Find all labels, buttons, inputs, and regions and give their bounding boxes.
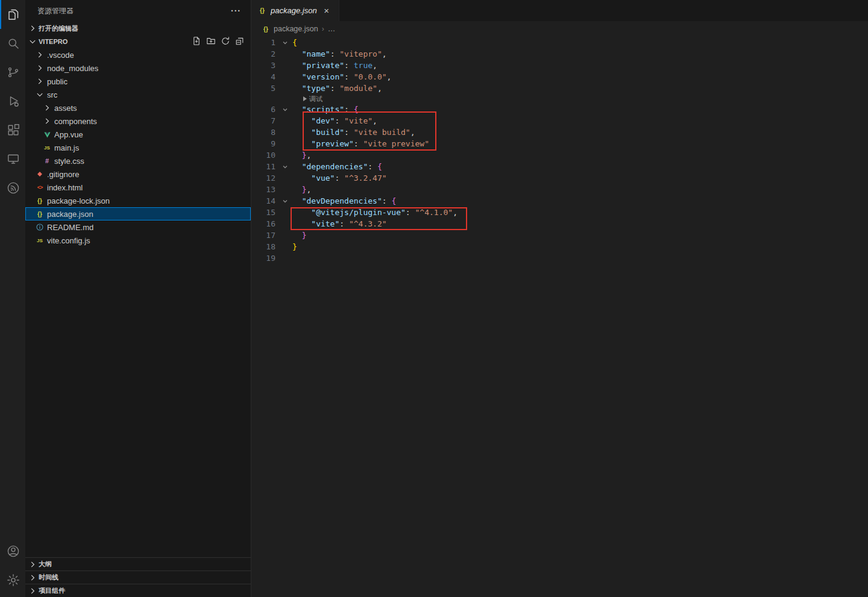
- tree-item-assets[interactable]: assets: [25, 101, 251, 114]
- js-icon: JS: [42, 143, 52, 152]
- new-folder-icon: [206, 36, 216, 47]
- tree-item-package-lock-json[interactable]: {}package-lock.json: [25, 194, 251, 207]
- code-line: 16 "vite": "^4.3.2": [251, 218, 868, 230]
- tree-item-label: node_modules: [47, 64, 98, 73]
- fold-gutter: [278, 83, 292, 94]
- line-number: 17: [251, 230, 278, 241]
- fold-chevron-down-icon[interactable]: [278, 104, 292, 115]
- chevron-right-icon: [28, 23, 37, 33]
- project-section-header[interactable]: VITEPRO: [25, 35, 251, 48]
- refresh-button[interactable]: [219, 36, 231, 48]
- line-number: 3: [251, 60, 278, 71]
- chevron-right-icon: [42, 103, 52, 113]
- tree-item-label: README.md: [47, 223, 93, 232]
- activity-item-account[interactable]: [0, 537, 25, 566]
- code-line: 14 "devDependencies": {: [251, 195, 868, 207]
- tree-item-index-html[interactable]: <>index.html: [25, 181, 251, 194]
- code-editor[interactable]: 1 { 2 "name": "vitepro", 3 "private": tr…: [251, 37, 868, 597]
- tab-bar: {} package.json ×: [251, 0, 868, 21]
- vue-icon: [42, 130, 52, 139]
- fold-gutter: [278, 207, 292, 218]
- codelens-label: 调试: [309, 95, 322, 104]
- json-icon: {}: [35, 196, 45, 205]
- tree-item-src[interactable]: src: [25, 88, 251, 101]
- close-icon[interactable]: ×: [321, 5, 333, 17]
- new-file-button[interactable]: [190, 36, 203, 48]
- chevron-down-icon: [35, 90, 45, 99]
- activity-item-rss[interactable]: [0, 173, 25, 202]
- tree-item-public[interactable]: public: [25, 75, 251, 88]
- file-icon-slot: <>: [35, 183, 45, 192]
- breadcrumb-item[interactable]: {}package.json: [261, 24, 318, 34]
- chevron-down-icon: [28, 37, 37, 46]
- code-line-text: "devDependencies": {: [292, 195, 396, 207]
- sidebar-section-时间线[interactable]: 时间线: [25, 570, 251, 584]
- tree-item-label: App.vue: [54, 130, 83, 139]
- fold-gutter: [278, 241, 292, 252]
- fold-chevron-down-icon[interactable]: [278, 37, 292, 48]
- section-label: 大纲: [39, 560, 52, 569]
- file-icon-slot: [35, 169, 45, 179]
- sidebar-section-大纲[interactable]: 大纲: [25, 557, 251, 570]
- code-line: 11 "dependencies": {: [251, 161, 868, 172]
- tree-item-package-json[interactable]: {}package.json: [25, 207, 251, 220]
- tab-label: package.json: [271, 6, 317, 15]
- refresh-icon: [221, 36, 230, 47]
- activity-item-explorer[interactable]: [0, 0, 25, 29]
- remote-icon: [6, 152, 20, 166]
- open-editors-header[interactable]: 打开的编辑器: [25, 22, 251, 35]
- sidebar-section-项目组件[interactable]: 项目组件: [25, 584, 251, 597]
- breadcrumb-label: package.json: [274, 25, 318, 33]
- tree-item-readme-md[interactable]: README.md: [25, 220, 251, 234]
- new-file-icon: [192, 36, 201, 47]
- vscode-window: 资源管理器 ··· 打开的编辑器 VITEPRO .vscode node_mo…: [0, 0, 868, 597]
- file-icon-slot: [35, 222, 45, 232]
- line-number: 2: [251, 48, 278, 60]
- code-line-text: },: [292, 149, 311, 161]
- code-line-text: "vue": "^3.2.47": [292, 172, 387, 184]
- collapse-all-button[interactable]: [234, 36, 246, 48]
- activity-item-extensions[interactable]: [0, 116, 25, 145]
- new-folder-button[interactable]: [205, 36, 217, 48]
- chevron-right-icon: [35, 63, 45, 73]
- tab-package-json[interactable]: {} package.json ×: [251, 0, 339, 21]
- tree-item-gitignore[interactable]: .gitignore: [25, 167, 251, 181]
- activity-item-search[interactable]: [0, 29, 25, 58]
- code-line-text: "private": true,: [292, 60, 377, 71]
- codelens-row: 调试: [251, 94, 868, 104]
- tree-item-style-css[interactable]: #style.css: [25, 154, 251, 167]
- activity-item-run-debug[interactable]: [0, 87, 25, 116]
- html-icon: <>: [35, 183, 45, 192]
- tree-item-components[interactable]: components: [25, 114, 251, 128]
- fold-gutter: [278, 138, 292, 149]
- tree-item-label: index.html: [47, 183, 83, 192]
- explorer-sidebar: 资源管理器 ··· 打开的编辑器 VITEPRO .vscode node_mo…: [25, 0, 251, 597]
- fold-gutter: [278, 115, 292, 127]
- activity-item-remote[interactable]: [0, 145, 25, 173]
- run-debug-icon: [6, 94, 20, 108]
- codelens-debug[interactable]: 调试: [303, 95, 322, 104]
- fold-chevron-down-icon[interactable]: [278, 161, 292, 172]
- tree-item-node-modules[interactable]: node_modules: [25, 61, 251, 75]
- tree-item-app-vue[interactable]: App.vue: [25, 128, 251, 141]
- tree-item-main-js[interactable]: JSmain.js: [25, 141, 251, 154]
- activity-item-settings[interactable]: [0, 566, 25, 595]
- tree-item-vite-config-js[interactable]: JSvite.config.js: [25, 234, 251, 247]
- breadcrumb: {}package.json›…: [251, 21, 868, 37]
- extensions-icon: [6, 123, 20, 137]
- fold-gutter: [278, 218, 292, 230]
- code-line: 9 "preview": "vite preview": [251, 138, 868, 149]
- tree-item-label: public: [47, 77, 68, 86]
- project-name-label: VITEPRO: [39, 38, 68, 45]
- git-icon: [35, 169, 45, 179]
- breadcrumb-item[interactable]: …: [328, 25, 336, 33]
- line-number: 1: [251, 37, 278, 48]
- code-line: 17 }: [251, 230, 868, 241]
- code-line-text: }: [292, 241, 297, 252]
- more-actions-icon[interactable]: ···: [227, 5, 245, 17]
- activity-item-source-control[interactable]: [0, 58, 25, 87]
- line-number: 9: [251, 138, 278, 149]
- fold-chevron-down-icon[interactable]: [278, 195, 292, 207]
- code-line: 12 "vue": "^3.2.47": [251, 172, 868, 184]
- tree-item-vscode[interactable]: .vscode: [25, 48, 251, 61]
